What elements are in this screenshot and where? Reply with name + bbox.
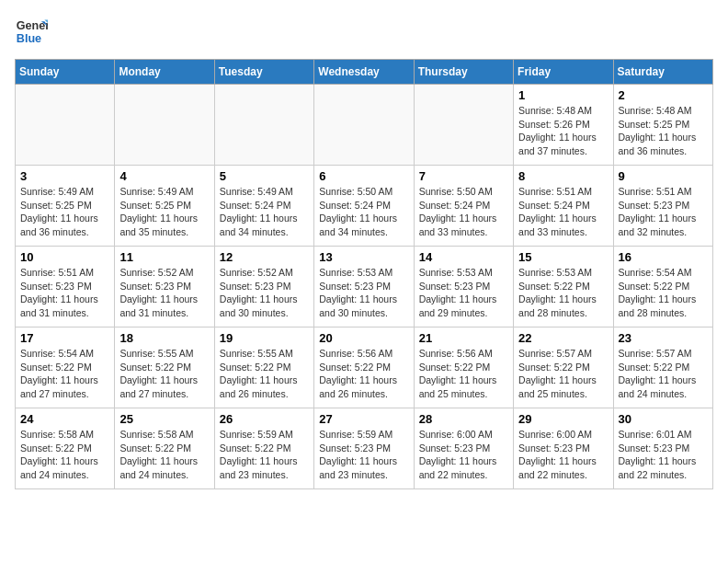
day-info: Sunrise: 5:49 AM Sunset: 5:25 PM Dayligh… xyxy=(20,185,109,239)
day-cell: 20Sunrise: 5:56 AM Sunset: 5:22 PM Dayli… xyxy=(314,327,414,408)
week-row-1: 3Sunrise: 5:49 AM Sunset: 5:25 PM Daylig… xyxy=(16,166,713,247)
weekday-header-sunday: Sunday xyxy=(16,60,115,85)
day-info: Sunrise: 5:57 AM Sunset: 5:22 PM Dayligh… xyxy=(518,347,608,401)
day-cell xyxy=(314,85,414,166)
day-number: 18 xyxy=(119,331,209,345)
day-number: 19 xyxy=(220,331,309,345)
logo: General Blue xyxy=(15,15,48,48)
day-cell: 4Sunrise: 5:49 AM Sunset: 5:25 PM Daylig… xyxy=(115,166,214,247)
day-cell: 28Sunrise: 6:00 AM Sunset: 5:23 PM Dayli… xyxy=(414,408,513,489)
day-number: 2 xyxy=(619,88,708,102)
day-number: 5 xyxy=(220,169,309,183)
day-cell: 18Sunrise: 5:55 AM Sunset: 5:22 PM Dayli… xyxy=(115,327,214,408)
day-cell: 5Sunrise: 5:49 AM Sunset: 5:24 PM Daylig… xyxy=(214,166,313,247)
day-cell: 24Sunrise: 5:58 AM Sunset: 5:22 PM Dayli… xyxy=(16,408,115,489)
day-info: Sunrise: 5:49 AM Sunset: 5:24 PM Dayligh… xyxy=(220,185,309,239)
day-cell: 10Sunrise: 5:51 AM Sunset: 5:23 PM Dayli… xyxy=(16,247,115,327)
day-cell: 23Sunrise: 5:57 AM Sunset: 5:22 PM Dayli… xyxy=(613,327,712,408)
day-info: Sunrise: 5:51 AM Sunset: 5:23 PM Dayligh… xyxy=(619,185,708,239)
day-number: 14 xyxy=(419,250,508,264)
day-cell: 7Sunrise: 5:50 AM Sunset: 5:24 PM Daylig… xyxy=(414,166,513,247)
day-cell xyxy=(414,85,513,166)
weekday-header-thursday: Thursday xyxy=(414,60,513,85)
calendar-table: SundayMondayTuesdayWednesdayThursdayFrid… xyxy=(15,59,713,489)
day-number: 25 xyxy=(119,412,209,426)
day-info: Sunrise: 5:48 AM Sunset: 5:26 PM Dayligh… xyxy=(518,104,608,158)
day-cell: 25Sunrise: 5:58 AM Sunset: 5:22 PM Dayli… xyxy=(115,408,214,489)
day-cell: 17Sunrise: 5:54 AM Sunset: 5:22 PM Dayli… xyxy=(16,327,115,408)
day-cell: 8Sunrise: 5:51 AM Sunset: 5:24 PM Daylig… xyxy=(514,166,613,247)
day-cell: 21Sunrise: 5:56 AM Sunset: 5:22 PM Dayli… xyxy=(414,327,513,408)
day-info: Sunrise: 5:59 AM Sunset: 5:22 PM Dayligh… xyxy=(220,428,309,482)
day-number: 6 xyxy=(319,169,408,183)
week-row-0: 1Sunrise: 5:48 AM Sunset: 5:26 PM Daylig… xyxy=(16,85,713,166)
day-number: 7 xyxy=(419,169,508,183)
day-info: Sunrise: 5:54 AM Sunset: 5:22 PM Dayligh… xyxy=(619,266,708,320)
day-cell xyxy=(115,85,214,166)
week-row-4: 24Sunrise: 5:58 AM Sunset: 5:22 PM Dayli… xyxy=(16,408,713,489)
day-cell: 27Sunrise: 5:59 AM Sunset: 5:23 PM Dayli… xyxy=(314,408,414,489)
weekday-header-row: SundayMondayTuesdayWednesdayThursdayFrid… xyxy=(16,60,713,85)
day-cell: 13Sunrise: 5:53 AM Sunset: 5:23 PM Dayli… xyxy=(314,247,414,327)
day-info: Sunrise: 5:52 AM Sunset: 5:23 PM Dayligh… xyxy=(220,266,309,320)
day-number: 23 xyxy=(619,331,708,345)
day-info: Sunrise: 5:59 AM Sunset: 5:23 PM Dayligh… xyxy=(319,428,408,482)
day-cell: 2Sunrise: 5:48 AM Sunset: 5:25 PM Daylig… xyxy=(613,85,712,166)
day-info: Sunrise: 5:51 AM Sunset: 5:24 PM Dayligh… xyxy=(518,185,608,239)
day-info: Sunrise: 5:50 AM Sunset: 5:24 PM Dayligh… xyxy=(319,185,408,239)
day-info: Sunrise: 5:54 AM Sunset: 5:22 PM Dayligh… xyxy=(20,347,109,401)
day-info: Sunrise: 5:48 AM Sunset: 5:25 PM Dayligh… xyxy=(619,104,708,158)
weekday-header-monday: Monday xyxy=(115,60,214,85)
logo-icon: General Blue xyxy=(15,15,48,48)
day-number: 4 xyxy=(119,169,209,183)
day-number: 20 xyxy=(319,331,408,345)
week-row-3: 17Sunrise: 5:54 AM Sunset: 5:22 PM Dayli… xyxy=(16,327,713,408)
day-info: Sunrise: 5:51 AM Sunset: 5:23 PM Dayligh… xyxy=(20,266,109,320)
day-cell: 12Sunrise: 5:52 AM Sunset: 5:23 PM Dayli… xyxy=(214,247,313,327)
day-cell: 11Sunrise: 5:52 AM Sunset: 5:23 PM Dayli… xyxy=(115,247,214,327)
day-info: Sunrise: 5:56 AM Sunset: 5:22 PM Dayligh… xyxy=(419,347,508,401)
day-number: 26 xyxy=(220,412,309,426)
day-number: 9 xyxy=(619,169,708,183)
day-number: 12 xyxy=(220,250,309,264)
day-number: 15 xyxy=(518,250,608,264)
day-cell xyxy=(214,85,313,166)
weekday-header-tuesday: Tuesday xyxy=(214,60,313,85)
week-row-2: 10Sunrise: 5:51 AM Sunset: 5:23 PM Dayli… xyxy=(16,247,713,327)
day-info: Sunrise: 5:49 AM Sunset: 5:25 PM Dayligh… xyxy=(119,185,209,239)
day-info: Sunrise: 5:53 AM Sunset: 5:22 PM Dayligh… xyxy=(518,266,608,320)
day-info: Sunrise: 6:00 AM Sunset: 5:23 PM Dayligh… xyxy=(518,428,608,482)
day-number: 8 xyxy=(518,169,608,183)
day-cell: 19Sunrise: 5:55 AM Sunset: 5:22 PM Dayli… xyxy=(214,327,313,408)
calendar-body: 1Sunrise: 5:48 AM Sunset: 5:26 PM Daylig… xyxy=(16,85,713,489)
weekday-header-saturday: Saturday xyxy=(613,60,712,85)
day-cell: 3Sunrise: 5:49 AM Sunset: 5:25 PM Daylig… xyxy=(16,166,115,247)
day-cell: 1Sunrise: 5:48 AM Sunset: 5:26 PM Daylig… xyxy=(514,85,613,166)
day-info: Sunrise: 5:53 AM Sunset: 5:23 PM Dayligh… xyxy=(319,266,408,320)
day-cell: 9Sunrise: 5:51 AM Sunset: 5:23 PM Daylig… xyxy=(613,166,712,247)
day-info: Sunrise: 5:52 AM Sunset: 5:23 PM Dayligh… xyxy=(119,266,209,320)
day-number: 17 xyxy=(20,331,109,345)
day-info: Sunrise: 5:50 AM Sunset: 5:24 PM Dayligh… xyxy=(419,185,508,239)
day-number: 28 xyxy=(419,412,508,426)
day-cell: 26Sunrise: 5:59 AM Sunset: 5:22 PM Dayli… xyxy=(214,408,313,489)
day-number: 1 xyxy=(518,88,608,102)
day-cell: 6Sunrise: 5:50 AM Sunset: 5:24 PM Daylig… xyxy=(314,166,414,247)
day-info: Sunrise: 5:55 AM Sunset: 5:22 PM Dayligh… xyxy=(119,347,209,401)
day-cell: 15Sunrise: 5:53 AM Sunset: 5:22 PM Dayli… xyxy=(514,247,613,327)
day-info: Sunrise: 5:53 AM Sunset: 5:23 PM Dayligh… xyxy=(419,266,508,320)
day-number: 3 xyxy=(20,169,109,183)
day-info: Sunrise: 5:57 AM Sunset: 5:22 PM Dayligh… xyxy=(619,347,708,401)
day-info: Sunrise: 5:58 AM Sunset: 5:22 PM Dayligh… xyxy=(119,428,209,482)
svg-text:Blue: Blue xyxy=(17,32,41,45)
day-cell: 14Sunrise: 5:53 AM Sunset: 5:23 PM Dayli… xyxy=(414,247,513,327)
day-cell: 30Sunrise: 6:01 AM Sunset: 5:23 PM Dayli… xyxy=(613,408,712,489)
page-header: General Blue xyxy=(15,15,713,48)
day-number: 11 xyxy=(119,250,209,264)
day-number: 16 xyxy=(619,250,708,264)
day-info: Sunrise: 6:00 AM Sunset: 5:23 PM Dayligh… xyxy=(419,428,508,482)
day-number: 13 xyxy=(319,250,408,264)
day-number: 30 xyxy=(619,412,708,426)
day-number: 21 xyxy=(419,331,508,345)
day-cell: 22Sunrise: 5:57 AM Sunset: 5:22 PM Dayli… xyxy=(514,327,613,408)
